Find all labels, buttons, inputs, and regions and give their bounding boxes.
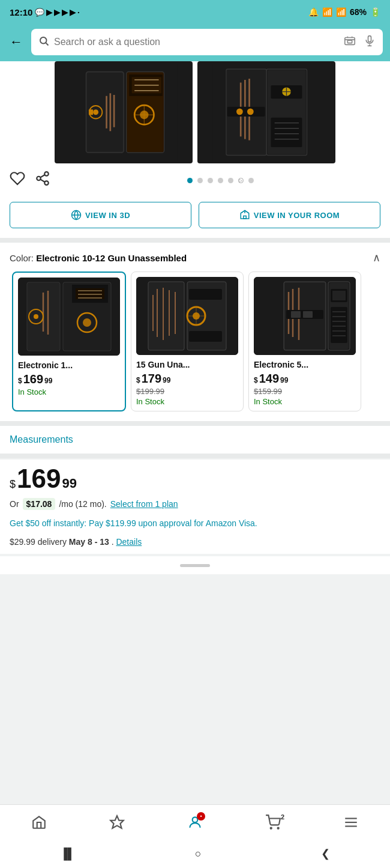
search-bar-container: ← — [0, 24, 390, 61]
dot-2[interactable] — [197, 178, 203, 183]
svg-point-81 — [278, 827, 279, 828]
card-original-price-2: $159.99 — [254, 387, 356, 396]
alarm-icon: 🔔 — [308, 7, 319, 17]
svg-point-53 — [83, 318, 91, 327]
svg-point-80 — [271, 827, 272, 828]
card-image-1 — [136, 277, 238, 355]
svg-rect-68 — [303, 311, 313, 318]
monthly-suffix: /mo (12 mo). — [59, 499, 106, 509]
dot-arrow[interactable]: ▷ — [238, 178, 244, 183]
svg-point-26 — [236, 109, 243, 115]
delivery-row: $29.99 delivery May 8 - 13 . Details — [10, 537, 380, 547]
card-price-row-2: $ 149 99 — [254, 372, 356, 386]
select-plan-link[interactable]: Select from 1 plan — [110, 499, 178, 509]
nav-spacer — [0, 574, 390, 640]
wishlist-button[interactable] — [10, 171, 25, 190]
svg-point-13 — [93, 110, 98, 115]
divider-3 — [0, 454, 390, 458]
divider-1 — [0, 238, 390, 243]
card-price-row-1: $ 179 99 — [136, 372, 238, 386]
svg-line-1 — [46, 43, 48, 45]
svg-line-38 — [40, 180, 44, 182]
share-button[interactable] — [35, 171, 50, 190]
measurements-section: Measurements — [0, 426, 390, 454]
android-recents-button[interactable]: ▐▌ — [60, 848, 76, 860]
svg-rect-70 — [332, 291, 346, 300]
nav-ai[interactable] — [109, 815, 125, 830]
bottom-sheet-handle[interactable] — [0, 556, 390, 574]
svg-line-39 — [40, 175, 44, 177]
product-cards-list: Electronic 1... $ 169 99 In Stock — [10, 272, 380, 421]
battery-icon: 🔋 — [370, 7, 380, 17]
measurements-link[interactable]: Measurements — [10, 434, 73, 445]
svg-rect-67 — [291, 311, 301, 318]
nav-home[interactable] — [31, 815, 47, 830]
image-dots: ▷ — [60, 178, 380, 183]
view-3d-label: VIEW IN 3D — [85, 211, 130, 220]
view-room-button[interactable]: VIEW IN YOUR ROOM — [199, 202, 380, 228]
card-status-0: In Stock — [18, 387, 120, 396]
android-nav: ▐▌ ○ ❮ — [0, 839, 390, 868]
dot-3[interactable] — [208, 178, 213, 183]
monthly-prefix: Or — [10, 499, 19, 509]
visa-offer-text: Get $50 off instantly: Pay $119.99 upon … — [10, 517, 380, 530]
svg-rect-60 — [189, 331, 222, 342]
wifi-icon: 📶 — [322, 7, 332, 17]
view-3d-button[interactable]: VIEW IN 3D — [10, 202, 191, 228]
search-input[interactable] — [54, 37, 338, 47]
notification-icons: 💬▶▶▶▶• — [35, 8, 79, 17]
color-label: Color: Electronic 10-12 Gun Unassembled — [10, 253, 187, 263]
svg-point-27 — [247, 109, 254, 115]
action-row: ▷ — [0, 163, 390, 197]
signal-icon: 📶 — [336, 7, 346, 17]
cart-count: 2 — [281, 813, 284, 821]
camera-scan-icon[interactable] — [343, 34, 356, 50]
svg-rect-14 — [89, 110, 93, 115]
bottom-nav: • 2 — [0, 804, 390, 839]
view-room-label: VIEW IN YOUR ROOM — [254, 211, 340, 220]
back-button[interactable]: ← — [7, 32, 25, 52]
status-left: 12:10 💬▶▶▶▶• — [10, 7, 79, 17]
svg-point-0 — [40, 37, 47, 44]
card-image-0 — [18, 278, 120, 356]
svg-marker-78 — [110, 816, 124, 828]
dot-1[interactable] — [187, 178, 193, 183]
product-card-2[interactable]: Electronic 5... $ 149 99 $159.99 In Stoc… — [248, 272, 361, 411]
nav-account[interactable]: • — [187, 815, 203, 830]
main-price-row: $ 169 99 — [10, 466, 380, 492]
monthly-row: Or $17.08 /mo (12 mo). Select from 1 pla… — [10, 498, 380, 510]
svg-rect-25 — [227, 107, 265, 117]
product-card-1[interactable]: 15 Gun Una... $ 179 99 $199.99 In Stock — [131, 272, 244, 411]
details-link[interactable]: Details — [116, 537, 142, 547]
status-bar: 12:10 💬▶▶▶▶• 🔔 📶 📶 68% 🔋 — [0, 0, 390, 24]
chevron-up-icon[interactable]: ∧ — [373, 251, 380, 264]
dot-7[interactable] — [248, 178, 254, 183]
android-back-button[interactable]: ❮ — [321, 847, 330, 860]
android-home-button[interactable]: ○ — [195, 848, 202, 860]
nav-menu[interactable] — [343, 815, 359, 830]
product-card-0[interactable]: Electronic 1... $ 169 99 In Stock — [12, 272, 126, 411]
product-image-right — [197, 61, 335, 163]
svg-point-47 — [34, 314, 38, 319]
svg-rect-41 — [244, 216, 247, 219]
divider-2 — [0, 421, 390, 426]
card-name-0: Electronic 1... — [18, 360, 120, 370]
svg-rect-59 — [189, 289, 222, 300]
price-section: $ 169 99 Or $17.08 /mo (12 mo). Select f… — [0, 460, 390, 554]
svg-rect-2 — [345, 37, 355, 44]
dot-5[interactable] — [228, 178, 233, 183]
search-icon — [38, 35, 49, 49]
dot-4[interactable] — [218, 178, 223, 183]
search-bar[interactable] — [31, 29, 383, 55]
status-right: 🔔 📶 📶 68% 🔋 — [308, 7, 380, 17]
mic-icon[interactable] — [364, 35, 376, 50]
card-status-2: In Stock — [254, 397, 356, 406]
nav-cart[interactable]: 2 — [265, 815, 281, 830]
svg-point-36 — [37, 177, 41, 181]
view-buttons-row: VIEW IN 3D VIEW IN YOUR ROOM — [0, 197, 390, 238]
card-original-price-1: $199.99 — [136, 387, 238, 396]
handle-bar — [180, 564, 210, 567]
product-image-left — [55, 61, 193, 163]
svg-rect-30 — [271, 118, 302, 147]
color-section: Color: Electronic 10-12 Gun Unassembled … — [0, 243, 390, 421]
